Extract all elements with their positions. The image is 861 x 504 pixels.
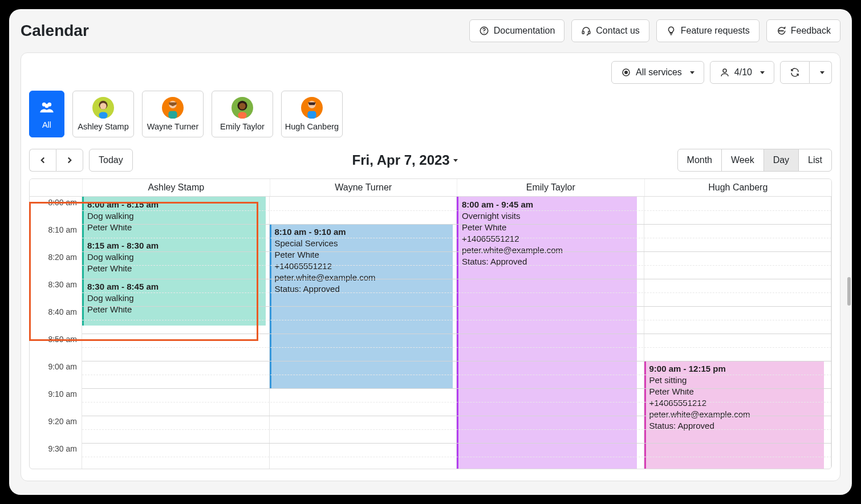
lightbulb-icon bbox=[666, 26, 676, 36]
grid-body[interactable]: 8:00 am 8:10 am 8:20 am 8:30 am 8:40 am … bbox=[30, 197, 831, 469]
documentation-label: Documentation bbox=[494, 26, 555, 36]
staff-tab-all-label: All bbox=[42, 120, 51, 129]
event-time: 8:00 am - 8:15 am bbox=[87, 199, 262, 210]
column-header: Hugh Canberg bbox=[644, 179, 832, 196]
view-day[interactable]: Day bbox=[763, 149, 799, 172]
event-client: Peter White bbox=[649, 386, 821, 397]
day-column-hugh[interactable]: 9:00 am - 12:15 pm Pet sitting Peter Whi… bbox=[644, 197, 832, 469]
time-label: 9:10 am bbox=[30, 388, 82, 416]
next-button[interactable] bbox=[56, 149, 83, 172]
feature-button[interactable]: Feature requests bbox=[656, 19, 760, 42]
time-axis: 8:00 am 8:10 am 8:20 am 8:30 am 8:40 am … bbox=[30, 197, 82, 469]
view-week[interactable]: Week bbox=[721, 149, 764, 172]
event-time: 8:30 am - 8:45 am bbox=[87, 281, 262, 292]
staff-tab-hugh[interactable]: Hugh Canberg bbox=[281, 91, 343, 137]
svg-rect-23 bbox=[238, 112, 246, 119]
event-phone: +14065551212 bbox=[649, 397, 821, 409]
event-email: peter.white@example.com bbox=[462, 245, 633, 256]
staff-tab-all[interactable]: All bbox=[29, 91, 64, 137]
time-label: 8:20 am bbox=[30, 251, 82, 279]
event-status: Status: Approved bbox=[275, 283, 450, 295]
svg-point-1 bbox=[484, 32, 485, 34]
avatar bbox=[162, 97, 184, 119]
event-service: Dog walking bbox=[87, 292, 262, 304]
column-header: Wayne Turner bbox=[270, 179, 457, 196]
svg-rect-3 bbox=[588, 31, 590, 34]
feedback-label: Feedback bbox=[791, 26, 831, 36]
refresh-button[interactable] bbox=[780, 61, 810, 84]
day-column-wayne[interactable]: 8:10 am - 9:10 am Special Services Peter… bbox=[270, 197, 457, 469]
event-status: Status: Approved bbox=[649, 420, 821, 432]
contact-button[interactable]: Contact us bbox=[571, 19, 649, 42]
date-label: Fri, Apr 7, 2023 bbox=[352, 152, 450, 168]
chat-icon bbox=[776, 26, 786, 36]
event[interactable]: 8:15 am - 8:30 am Dog walking Peter Whit… bbox=[82, 238, 266, 279]
feedback-button[interactable]: Feedback bbox=[766, 19, 840, 42]
time-label: 8:40 am bbox=[30, 306, 82, 334]
page-title: Calendar bbox=[21, 22, 89, 40]
refresh-icon bbox=[790, 67, 800, 78]
event-time: 8:00 am - 9:45 am bbox=[462, 199, 633, 210]
view-switcher: Month Week Day List bbox=[677, 149, 832, 172]
svg-point-12 bbox=[45, 104, 49, 108]
staff-filter-label: 4/10 bbox=[734, 67, 752, 78]
time-label: 9:20 am bbox=[30, 416, 82, 443]
topbar-actions: Documentation Contact us Feature request… bbox=[469, 19, 840, 42]
event-service: Pet sitting bbox=[649, 375, 821, 386]
staff-tab-wayne[interactable]: Wayne Turner bbox=[142, 91, 204, 137]
svg-rect-2 bbox=[583, 31, 584, 34]
target-icon bbox=[621, 67, 631, 78]
svg-point-4 bbox=[779, 30, 780, 31]
help-circle-icon bbox=[479, 26, 489, 36]
event[interactable]: 8:30 am - 8:45 am Dog walking Peter Whit… bbox=[82, 279, 266, 326]
services-filter[interactable]: All services bbox=[611, 61, 704, 84]
staff-filter[interactable]: 4/10 bbox=[710, 61, 774, 84]
event-service: Special Services bbox=[275, 238, 450, 249]
chevron-right-icon bbox=[64, 155, 75, 165]
services-filter-label: All services bbox=[636, 67, 682, 78]
svg-point-15 bbox=[100, 103, 106, 109]
view-list[interactable]: List bbox=[798, 149, 832, 172]
contact-label: Contact us bbox=[596, 26, 639, 36]
time-label: 8:50 am bbox=[30, 334, 82, 361]
event[interactable]: 8:00 am - 9:45 am Overnight visits Peter… bbox=[457, 197, 637, 469]
time-label: 9:30 am bbox=[30, 443, 82, 469]
event-client: Peter White bbox=[87, 304, 262, 315]
day-column-ashley[interactable]: 8:00 am - 8:15 am Dog walking Peter Whit… bbox=[82, 197, 270, 469]
today-button[interactable]: Today bbox=[89, 149, 133, 172]
column-header: Emily Taylor bbox=[457, 179, 644, 196]
day-column-emily[interactable]: 8:00 am - 9:45 am Overnight visits Peter… bbox=[457, 197, 644, 469]
time-label: 8:10 am bbox=[30, 224, 82, 251]
event-phone: +14065551212 bbox=[462, 233, 633, 245]
staff-tab-emily[interactable]: Emily Taylor bbox=[212, 91, 273, 137]
prev-button[interactable] bbox=[29, 149, 56, 172]
grid-header: Ashley Stamp Wayne Turner Emily Taylor H… bbox=[30, 179, 831, 197]
chevron-left-icon bbox=[38, 155, 48, 165]
scrollbar-thumb[interactable] bbox=[847, 277, 851, 306]
event-time: 8:15 am - 8:30 am bbox=[87, 240, 262, 251]
avatar bbox=[232, 97, 253, 119]
event-phone: +14065551212 bbox=[275, 261, 450, 272]
view-month[interactable]: Month bbox=[677, 149, 722, 172]
documentation-button[interactable]: Documentation bbox=[469, 19, 565, 42]
svg-point-22 bbox=[239, 103, 245, 109]
event[interactable]: 8:10 am - 9:10 am Special Services Peter… bbox=[270, 224, 453, 388]
event[interactable]: 8:00 am - 8:15 am Dog walking Peter Whit… bbox=[82, 197, 266, 238]
feature-label: Feature requests bbox=[681, 26, 750, 36]
staff-tab-label: Emily Taylor bbox=[220, 122, 265, 131]
refresh-menu[interactable] bbox=[810, 61, 832, 84]
svg-point-8 bbox=[625, 71, 628, 74]
date-picker[interactable]: Fri, Apr 7, 2023 bbox=[352, 152, 458, 168]
staff-tabs: All Ashley Stamp Wayne Turner bbox=[29, 84, 832, 148]
time-label: 9:00 am bbox=[30, 361, 82, 388]
staff-tab-ashley[interactable]: Ashley Stamp bbox=[72, 91, 134, 137]
people-icon bbox=[39, 99, 55, 117]
event-client: Peter White bbox=[87, 222, 262, 233]
event-time: 9:00 am - 12:15 pm bbox=[649, 363, 821, 375]
svg-rect-16 bbox=[99, 112, 107, 119]
calendar-controls: Today Fri, Apr 7, 2023 Month Week Day Li… bbox=[29, 148, 832, 178]
event-status: Status: Approved bbox=[462, 256, 633, 267]
event[interactable]: 9:00 am - 12:15 pm Pet sitting Peter Whi… bbox=[644, 361, 825, 469]
event-email: peter.white@example.com bbox=[649, 409, 821, 420]
event-service: Dog walking bbox=[87, 251, 262, 263]
